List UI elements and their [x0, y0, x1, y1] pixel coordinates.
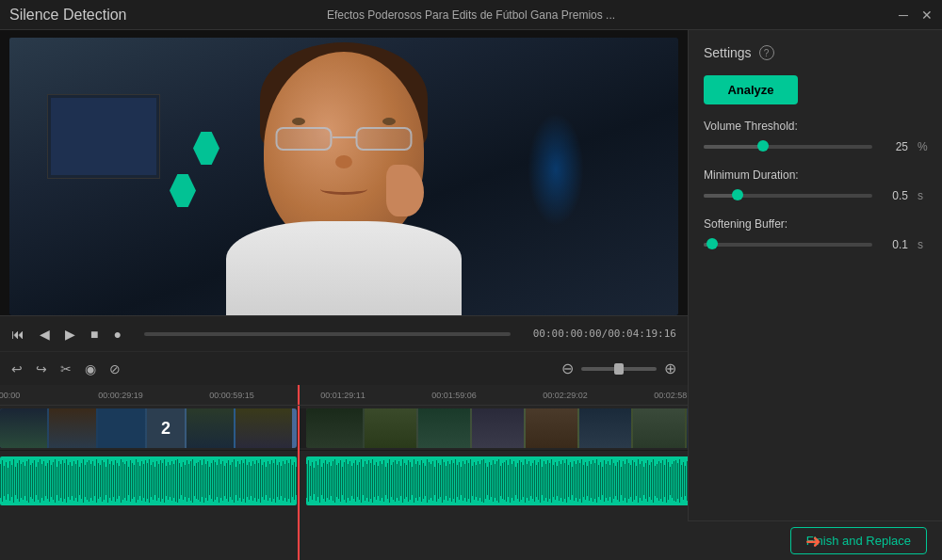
svg-rect-200	[385, 467, 386, 495]
svg-rect-337	[643, 467, 644, 495]
minimum-duration-thumb[interactable]	[732, 189, 743, 200]
svg-rect-103	[194, 466, 195, 496]
bg-green-icon-2	[170, 174, 196, 207]
svg-rect-136	[256, 460, 257, 502]
undo-button[interactable]: ↩	[11, 361, 23, 376]
softening-buffer-thumb[interactable]	[706, 238, 718, 249]
close-button[interactable]: ✕	[921, 8, 933, 22]
svg-rect-302	[577, 460, 578, 502]
video-clip-2[interactable]	[306, 408, 688, 448]
finish-arrow-container: ➜	[805, 532, 821, 551]
svg-rect-184	[355, 460, 356, 502]
audio-segment-1[interactable]: // Generate waveform bars inline using S…	[0, 456, 297, 505]
svg-rect-238	[457, 465, 458, 497]
zoom-out-button[interactable]: ⊖	[561, 360, 574, 377]
svg-rect-213	[410, 462, 411, 500]
preview-container	[0, 30, 688, 315]
svg-rect-310	[593, 460, 593, 502]
svg-rect-32	[60, 464, 61, 498]
svg-rect-48	[90, 464, 91, 498]
svg-rect-148	[279, 462, 280, 500]
svg-rect-16	[30, 465, 31, 497]
svg-rect-120	[226, 463, 227, 499]
minimize-button[interactable]: ─	[899, 8, 908, 22]
svg-rect-273	[523, 465, 524, 497]
svg-rect-176	[340, 460, 341, 502]
softening-buffer-track[interactable]	[704, 243, 872, 247]
svg-rect-43	[81, 463, 82, 499]
svg-rect-212	[408, 460, 409, 502]
softening-buffer-row: 0.1 s	[704, 238, 927, 251]
svg-rect-145	[273, 463, 274, 499]
svg-rect-230	[442, 459, 443, 503]
svg-rect-57	[107, 459, 108, 503]
minimum-duration-track[interactable]	[704, 194, 872, 198]
svg-rect-208	[400, 466, 401, 496]
svg-rect-259	[496, 461, 497, 501]
clip-thumb-d: 2	[147, 408, 185, 448]
stop-button[interactable]: ■	[90, 327, 98, 342]
svg-rect-80	[151, 465, 152, 497]
svg-rect-209	[402, 459, 403, 503]
ruler-mark-1: 00:00:29:19	[98, 391, 143, 400]
ruler-mark-2: 00:00:59:15	[209, 391, 254, 400]
svg-rect-343	[655, 466, 656, 496]
svg-rect-127	[239, 464, 240, 498]
video-clip-1[interactable]: 2	[0, 408, 297, 448]
settings-title: Settings	[704, 45, 752, 60]
svg-rect-68	[128, 467, 129, 495]
svg-rect-283	[542, 467, 543, 495]
svg-rect-165	[319, 459, 320, 503]
clip2-thumb-e	[526, 408, 577, 448]
svg-rect-357	[681, 465, 682, 497]
play-button[interactable]: ▶	[65, 327, 75, 342]
playhead-cursor[interactable]	[298, 385, 300, 405]
svg-rect-218	[419, 465, 420, 497]
svg-rect-353	[674, 461, 674, 501]
skip-back-button[interactable]: ⏮	[11, 327, 24, 342]
volume-threshold-track[interactable]	[704, 145, 872, 149]
ruler-mark-4: 00:01:59:06	[431, 391, 477, 400]
svg-rect-26	[49, 460, 50, 502]
svg-rect-84	[158, 464, 159, 498]
svg-rect-254	[487, 467, 488, 495]
cut-button[interactable]: ✂	[60, 361, 72, 376]
record-button[interactable]: ●	[113, 327, 121, 342]
svg-rect-122	[230, 465, 231, 497]
help-icon[interactable]: ?	[759, 45, 774, 60]
svg-rect-301	[576, 464, 577, 498]
zoom-in-button[interactable]: ⊕	[664, 360, 676, 377]
svg-rect-255	[489, 462, 490, 500]
rewind-button[interactable]: ◀	[40, 327, 50, 342]
ruler-mark-3: 00:01:29:11	[320, 391, 365, 400]
svg-rect-87	[164, 459, 165, 503]
svg-rect-154	[290, 459, 291, 503]
svg-rect-111	[209, 467, 210, 495]
svg-rect-289	[553, 465, 554, 497]
audio-segment-2[interactable]	[306, 456, 688, 505]
progress-bar[interactable]	[144, 332, 511, 336]
svg-rect-346	[660, 463, 661, 499]
zoom-slider[interactable]	[581, 367, 657, 371]
timeline[interactable]: 00:00 00:00:29:19 00:00:59:15 00:01:29:1…	[0, 385, 688, 560]
mute-button[interactable]: ⊘	[109, 361, 121, 376]
minimum-duration-row: 0.5 s	[704, 189, 927, 202]
bg-monitor-inner	[51, 98, 156, 175]
svg-rect-317	[606, 464, 607, 498]
svg-rect-196	[378, 466, 379, 496]
clip-thumb-a	[0, 408, 47, 448]
titlebar-controls: ─ ✕	[899, 8, 933, 22]
svg-rect-17	[32, 463, 33, 499]
eye-button[interactable]: ◉	[85, 361, 96, 376]
svg-rect-210	[404, 463, 405, 499]
svg-rect-130	[245, 459, 246, 503]
svg-rect-18	[34, 460, 35, 502]
svg-rect-329	[628, 463, 629, 499]
redo-button[interactable]: ↪	[36, 361, 47, 376]
svg-rect-137	[258, 463, 259, 499]
volume-threshold-thumb[interactable]	[757, 140, 769, 152]
analyze-button[interactable]: Analyze	[704, 75, 798, 104]
svg-rect-264	[506, 460, 507, 502]
svg-rect-91	[171, 461, 172, 501]
ruler-mark-5: 00:02:29:02	[543, 391, 588, 400]
